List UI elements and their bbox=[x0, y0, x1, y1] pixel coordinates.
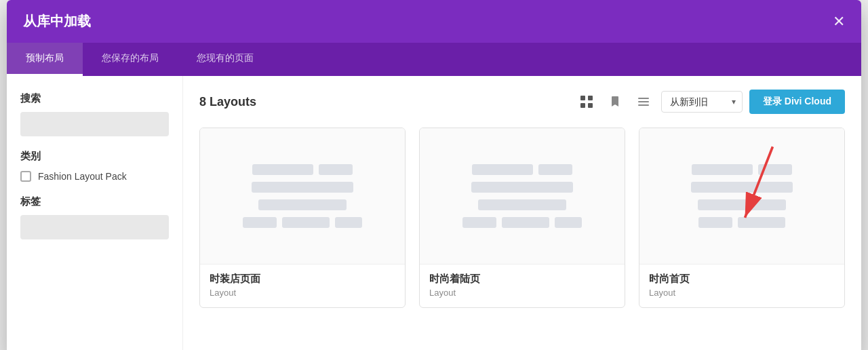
login-divi-cloud-button[interactable]: 登录 Divi Cloud bbox=[749, 90, 845, 114]
card-info-2: 时尚首页 Layout bbox=[639, 264, 844, 307]
tabs-bar: 预制布局 您保存的布局 您现有的页面 bbox=[7, 43, 861, 76]
modal-header: 从库中加载 ✕ bbox=[7, 0, 861, 43]
grid-view-button[interactable] bbox=[576, 92, 597, 111]
tags-title: 标签 bbox=[20, 195, 169, 208]
close-button[interactable]: ✕ bbox=[833, 14, 845, 29]
list-icon bbox=[637, 95, 650, 109]
tab-preset[interactable]: 预制布局 bbox=[7, 43, 83, 76]
modal-title: 从库中加载 bbox=[23, 12, 91, 31]
card-preview-2 bbox=[639, 128, 844, 264]
content-area: 搜索 类别 Fashion Layout Pack 标签 8 Layouts bbox=[7, 76, 861, 350]
category-title: 类别 bbox=[20, 150, 169, 163]
sort-wrapper: 从新到旧 从旧到新 A-Z Z-A bbox=[661, 91, 743, 113]
grid-icon bbox=[580, 95, 593, 109]
card-type-0: Layout bbox=[210, 288, 395, 298]
sidebar: 搜索 类别 Fashion Layout Pack 标签 bbox=[7, 76, 183, 350]
card-type-1: Layout bbox=[429, 288, 615, 298]
main-area: 8 Layouts bbox=[183, 76, 861, 350]
card-name-2: 时尚首页 bbox=[649, 273, 835, 286]
card-name-1: 时尚着陆页 bbox=[429, 273, 615, 286]
svg-rect-1 bbox=[588, 96, 593, 100]
card-info-1: 时尚着陆页 Layout bbox=[420, 264, 625, 307]
tags-input[interactable] bbox=[20, 215, 169, 239]
bookmark-button[interactable] bbox=[604, 92, 626, 111]
search-title: 搜索 bbox=[20, 92, 169, 105]
layout-card-0[interactable]: 时装店页面 Layout bbox=[199, 128, 406, 308]
layout-card-2[interactable]: 时尚首页 Layout bbox=[639, 128, 845, 308]
svg-rect-4 bbox=[638, 98, 649, 99]
search-input[interactable] bbox=[20, 112, 169, 136]
cards-grid: 时装店页面 Layout bbox=[199, 128, 845, 308]
modal: 从库中加载 ✕ 预制布局 您保存的布局 您现有的页面 搜索 类别 Fashion… bbox=[7, 0, 861, 350]
layout-card-1[interactable]: 时尚着陆页 Layout bbox=[419, 128, 625, 308]
svg-rect-5 bbox=[638, 101, 649, 102]
svg-rect-6 bbox=[638, 104, 649, 106]
category-item: Fashion Layout Pack bbox=[20, 171, 169, 182]
svg-rect-2 bbox=[580, 103, 585, 108]
list-view-button[interactable] bbox=[633, 92, 654, 111]
card-preview-1 bbox=[420, 128, 625, 264]
bookmark-icon bbox=[608, 95, 622, 109]
tab-saved[interactable]: 您保存的布局 bbox=[83, 43, 178, 76]
category-checkbox[interactable] bbox=[20, 171, 31, 182]
sort-select[interactable]: 从新到旧 从旧到新 A-Z Z-A bbox=[661, 91, 743, 113]
layouts-count: 8 Layouts bbox=[199, 95, 256, 109]
card-type-2: Layout bbox=[649, 288, 835, 298]
card-preview-0 bbox=[200, 128, 405, 264]
card-info-0: 时装店页面 Layout bbox=[200, 264, 405, 307]
toolbar-right: 从新到旧 从旧到新 A-Z Z-A 登录 Divi Cloud bbox=[576, 90, 845, 114]
card-name-0: 时装店页面 bbox=[210, 273, 395, 286]
main-toolbar: 8 Layouts bbox=[199, 90, 845, 114]
svg-rect-0 bbox=[580, 96, 585, 100]
svg-rect-3 bbox=[588, 103, 593, 108]
tab-pages[interactable]: 您现有的页面 bbox=[178, 43, 273, 76]
red-arrow-annotation bbox=[639, 128, 844, 264]
category-label: Fashion Layout Pack bbox=[38, 171, 127, 182]
